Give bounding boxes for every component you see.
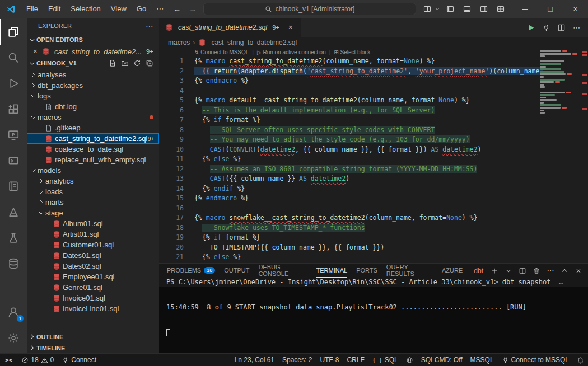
trash-icon[interactable]: [531, 266, 542, 276]
toggle-secondary-sidebar-icon[interactable]: [476, 2, 491, 16]
code-line[interactable]: 5{% macro default__cast_string_to_dateti…: [159, 96, 588, 106]
tree-folder-loads[interactable]: loads: [27, 186, 159, 197]
split-window-icon[interactable]: [419, 2, 435, 16]
breadcrumb-file[interactable]: cast_string_to_datetime2.sql: [211, 39, 297, 46]
tree-file-coalesce_to_date.sql[interactable]: coalesce_to_date.sql: [27, 144, 159, 154]
cursor-position[interactable]: Ln 23, Col 61: [231, 354, 278, 366]
new-file-icon[interactable]: [108, 58, 118, 68]
split-terminal-icon[interactable]: [517, 266, 528, 276]
toggle-sidebar-icon[interactable]: [442, 2, 458, 16]
code-line[interactable]: 1{% macro cast_string_to_datetime2(colum…: [159, 57, 588, 67]
outline-header[interactable]: OUTLINE: [27, 331, 159, 342]
open-editor-item[interactable]: × cast_string_to_datetime2... 9+: [27, 46, 159, 57]
minimap[interactable]: [540, 50, 580, 117]
codelens-select-block[interactable]: ⊞ Select block: [334, 48, 370, 57]
azure-icon[interactable]: [0, 199, 27, 225]
code-line[interactable]: 6 -- This is the default implementation …: [159, 106, 588, 116]
forward-icon[interactable]: →: [185, 2, 200, 16]
timeline-header[interactable]: TIMELINE: [27, 342, 159, 353]
tree-file-replace_null_with_empty.sql[interactable]: replace_null_with_empty.sql: [27, 154, 159, 165]
customize-layout-icon[interactable]: [493, 2, 508, 16]
maximize-icon[interactable]: □: [538, 0, 563, 18]
tree-folder-dbt_packages[interactable]: dbt_packages: [27, 80, 159, 91]
panel-tab-output[interactable]: OUTPUT: [224, 264, 249, 278]
tree-file-Dates01.sql[interactable]: Dates01.sql: [27, 250, 159, 261]
chevron-down-icon[interactable]: [434, 2, 441, 16]
menu-more[interactable]: ⋯: [151, 2, 169, 16]
tree-folder-stage[interactable]: stage: [27, 208, 159, 218]
toggle-panel-icon[interactable]: [459, 2, 474, 16]
code-line[interactable]: 4: [159, 86, 588, 96]
code-line[interactable]: 17{% macro snowflake__cast_string_to_dat…: [159, 213, 588, 223]
tree-folder-logs[interactable]: logs: [27, 91, 159, 101]
code-line[interactable]: 14 {% endif %}: [159, 184, 588, 194]
overview-ruler[interactable]: [581, 48, 588, 263]
open-editors-header[interactable]: OPEN EDITORS: [27, 34, 159, 46]
codelens-run[interactable]: ▷ Run on active connection: [257, 48, 326, 57]
close-icon[interactable]: ×: [563, 0, 588, 18]
tree-file-.gitkeep[interactable]: .gitkeep: [27, 123, 159, 133]
panel-tab-debug-console[interactable]: DEBUG CONSOLE: [258, 264, 307, 278]
code-line[interactable]: 15{% endmacro %}: [159, 194, 588, 204]
close-panel-icon[interactable]: [573, 266, 584, 276]
panel-tab-azure[interactable]: AZURE: [442, 264, 463, 278]
tree-file-dbt.log[interactable]: dbt.log: [27, 101, 159, 112]
panel-tab-terminal[interactable]: TERMINAL: [316, 264, 348, 278]
code-editor[interactable]: ↯ Connect to MSSQL | ▷ Run on active con…: [159, 48, 588, 263]
more-actions-icon[interactable]: ⋯: [146, 21, 153, 30]
sqlcmd-status[interactable]: SQLCMD: Off: [417, 354, 466, 366]
code-line[interactable]: 11 {% else %}: [159, 154, 588, 165]
remote-explorer-icon[interactable]: [0, 148, 27, 173]
code-line[interactable]: 12 -- Assumes an ISO 8601 compatible str…: [159, 165, 588, 175]
code-line[interactable]: 20 TO_TIMESTAMP({{ column_name }}, {{ fo…: [159, 243, 588, 253]
eol-sequence[interactable]: CRLF: [343, 354, 368, 366]
codelens-connect[interactable]: ↯ Connect to MSSQL: [194, 48, 249, 57]
tree-file-Invoice01.sql[interactable]: Invoice01.sql: [27, 293, 159, 303]
language-mode[interactable]: { }SQL: [368, 354, 402, 366]
panel-tab-ports[interactable]: PORTS: [356, 264, 377, 278]
code-line[interactable]: 9 -- You may need to adjust the style co…: [159, 135, 588, 145]
menu-selection[interactable]: Selection: [66, 2, 105, 16]
notifications-bell-icon[interactable]: [573, 354, 588, 366]
code-line[interactable]: 8 -- SQL Server often uses specific styl…: [159, 125, 588, 135]
search-input[interactable]: chinook_v1 [Administrator]: [203, 3, 416, 15]
globe-icon[interactable]: [402, 354, 417, 366]
connect-mssql-button[interactable]: Connect to MSSQL: [498, 354, 573, 366]
tree-folder-models[interactable]: models: [27, 165, 159, 176]
code-line[interactable]: 19 {% if format %}: [159, 233, 588, 243]
testing-icon[interactable]: [0, 225, 27, 251]
tree-file-Artist01.sql[interactable]: Artist01.sql: [27, 229, 159, 240]
breadcrumb-folder[interactable]: macros: [168, 39, 190, 46]
remote-indicator[interactable]: ><: [0, 354, 17, 366]
code-line[interactable]: 3{% endmacro %}: [159, 76, 588, 86]
account-icon[interactable]: 1: [0, 299, 27, 325]
plug-icon[interactable]: [539, 21, 553, 34]
chevron-down-icon[interactable]: [503, 266, 514, 276]
tree-file-InvoiceLine01.sql[interactable]: InvoiceLine01.sql: [27, 303, 159, 314]
tree-folder-macros[interactable]: macros: [27, 112, 159, 123]
split-editor-icon[interactable]: [554, 21, 568, 34]
collapse-all-icon[interactable]: [144, 58, 155, 68]
terminal-profile[interactable]: dbt: [472, 267, 486, 275]
live-preview-icon[interactable]: [0, 122, 27, 148]
close-icon[interactable]: ×: [286, 22, 296, 32]
gear-icon[interactable]: [0, 325, 27, 351]
encoding[interactable]: UTF-8: [316, 354, 343, 366]
minimize-icon[interactable]: ─: [512, 0, 538, 18]
code-line[interactable]: 2 {{ return(adapter.dispatch('cast_strin…: [159, 67, 588, 77]
extensions-icon[interactable]: [0, 96, 27, 122]
database-icon[interactable]: [0, 251, 27, 276]
refresh-icon[interactable]: [132, 58, 142, 68]
menu-file[interactable]: File: [21, 2, 43, 16]
tree-file-Genre01.sql[interactable]: Genre01.sql: [27, 282, 159, 293]
workspace-header[interactable]: CHINOOK_V1: [27, 57, 159, 69]
code-line[interactable]: 13 CAST({{ column_name }} AS datetime2): [159, 174, 588, 184]
tree-file-cast_string_to_datetime2.sql[interactable]: cast_string_to_datetime2.sql9+: [27, 133, 159, 144]
indentation[interactable]: Spaces: 2: [278, 354, 316, 366]
tree-file-Customer01.sql[interactable]: Customer01.sql: [27, 240, 159, 250]
panel-tab-problems[interactable]: PROBLEMS18: [167, 264, 215, 278]
run-query-icon[interactable]: [524, 21, 538, 34]
code-line[interactable]: 7 {% if format %}: [159, 115, 588, 125]
tab-cast-string-to-datetime2[interactable]: cast_string_to_datetime2.sql 9+ ×: [159, 18, 302, 37]
code-line[interactable]: 16: [159, 204, 588, 214]
